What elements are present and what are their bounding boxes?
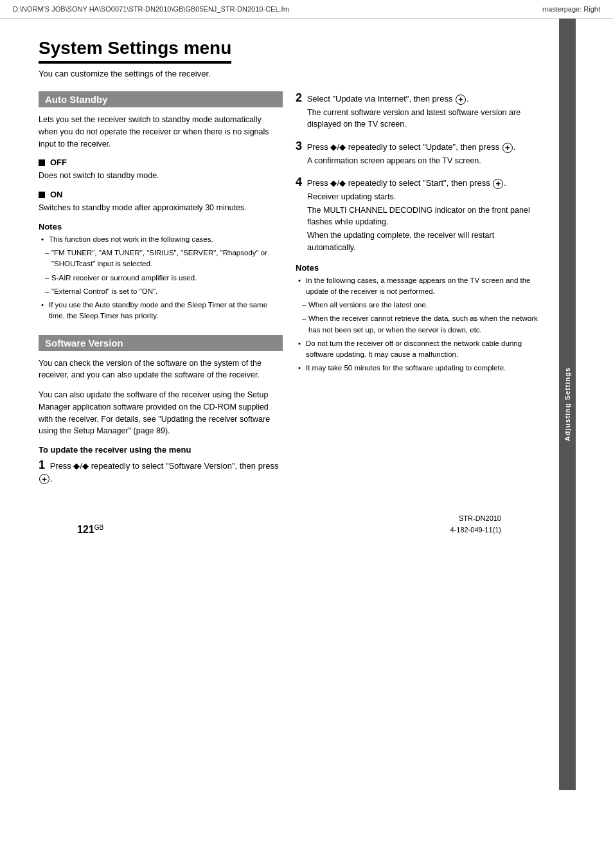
note-item: This function does not work in the follo… bbox=[44, 234, 283, 245]
page-num-text: 121 bbox=[77, 524, 94, 535]
step-3-number: 3 bbox=[296, 140, 302, 152]
software-version-body2: You can also update the software of the … bbox=[39, 389, 283, 437]
step-1-text: Press ◆/◆ repeatedly to select "Software… bbox=[39, 461, 278, 484]
off-body: Does not switch to standby mode. bbox=[39, 170, 283, 182]
software-version-body1: You can check the version of the softwar… bbox=[39, 357, 283, 382]
circle-plus-2-icon: + bbox=[456, 95, 466, 105]
step-4-sub3: When the updating complete, the receiver… bbox=[296, 230, 540, 254]
model-line1: STR-DN2010 bbox=[450, 513, 502, 525]
model-info: STR-DN2010 4-182-049-11(1) bbox=[450, 513, 502, 536]
step-4: 4 Press ◆/◆ repeatedly to select "Start"… bbox=[296, 176, 540, 253]
circle-plus-3-icon: + bbox=[502, 143, 513, 153]
footer-area: 121GB STR-DN2010 4-182-049-11(1) bbox=[39, 507, 540, 542]
right-notes-list: In the following cases, a message appear… bbox=[296, 275, 540, 374]
on-body: Switches to standby mode after approxima… bbox=[39, 202, 283, 214]
page-title: System Settings menu bbox=[39, 38, 231, 64]
step-4-sub1: Receiver updating starts. bbox=[296, 191, 540, 203]
software-version-section: Software Version You can check the versi… bbox=[39, 335, 283, 438]
right-note-sub-item: When the receiver cannot retrieve the da… bbox=[301, 313, 540, 336]
header-left: D:\NORM'S JOB\SONY HA\SO0071\STR-DN2010\… bbox=[13, 5, 289, 13]
right-note-item: It may take 50 minutes for the software … bbox=[301, 363, 540, 374]
header-right: masterpage: Right bbox=[542, 5, 600, 13]
circle-plus-icon: + bbox=[39, 474, 49, 484]
auto-standby-body: Lets you set the receiver switch to stan… bbox=[39, 114, 283, 150]
page-number: 121GB bbox=[77, 524, 103, 536]
note-sub-item: "FM TUNER", "AM TUNER", "SIRIUS", "SERVE… bbox=[44, 248, 283, 270]
step-2-sub: The current software version and latest … bbox=[296, 107, 540, 131]
off-label: OFF bbox=[50, 158, 67, 167]
step-4-text: Press ◆/◆ repeatedly to select "Start", … bbox=[307, 178, 506, 188]
step-2: 2 Select "Update via Internet", then pre… bbox=[296, 91, 540, 131]
step-4-sub2: The MULTI CHANNEL DECODING indicator on … bbox=[296, 204, 540, 229]
note-sub-item: S-AIR receiver or surround amplifier is … bbox=[44, 273, 283, 284]
model-line2: 4-182-049-11(1) bbox=[450, 525, 502, 536]
auto-standby-notes-title: Notes bbox=[39, 222, 283, 231]
off-bullet-icon bbox=[39, 159, 45, 166]
step-3-sub: A confirmation screen appears on the TV … bbox=[296, 155, 540, 167]
on-label: ON bbox=[50, 190, 63, 199]
right-notes-title: Notes bbox=[296, 263, 540, 273]
left-column: Auto Standby Lets you set the receiver s… bbox=[39, 91, 283, 494]
update-sub-title-text: To update the receiver using the menu bbox=[39, 445, 191, 455]
header-bar: D:\NORM'S JOB\SONY HA\SO0071\STR-DN2010\… bbox=[0, 0, 613, 19]
note-item: If you use the Auto standby mode and the… bbox=[44, 300, 283, 322]
on-title: ON bbox=[39, 190, 283, 199]
right-note-item: In the following cases, a message appear… bbox=[301, 275, 540, 298]
right-note-item: Do not turn the receiver off or disconne… bbox=[301, 338, 540, 361]
auto-standby-heading: Auto Standby bbox=[39, 91, 283, 107]
step-3: 3 Press ◆/◆ repeatedly to select "Update… bbox=[296, 140, 540, 167]
on-bullet-icon bbox=[39, 192, 45, 198]
main-content: System Settings menu You can customize t… bbox=[0, 19, 559, 790]
step-2-number: 2 bbox=[296, 91, 302, 104]
step-3-text: Press ◆/◆ repeatedly to select "Update",… bbox=[307, 142, 516, 152]
off-title: OFF bbox=[39, 158, 283, 167]
right-tab-label: Adjusting Settings bbox=[564, 367, 571, 441]
circle-plus-4-icon: + bbox=[493, 179, 503, 189]
note-sub-item: "External Control" is set to "ON". bbox=[44, 286, 283, 297]
update-sub-title: To update the receiver using the menu bbox=[39, 445, 283, 455]
page-container: System Settings menu You can customize t… bbox=[0, 19, 613, 790]
step-1-number: 1 bbox=[39, 458, 45, 471]
step-4-number: 4 bbox=[296, 176, 302, 188]
right-note-sub-item: When all versions are the latest one. bbox=[301, 300, 540, 311]
two-col-layout: Auto Standby Lets you set the receiver s… bbox=[39, 91, 540, 494]
step-1: 1 Press ◆/◆ repeatedly to select "Softwa… bbox=[39, 458, 283, 485]
step-2-text: Select "Update via Internet", then press… bbox=[307, 94, 469, 104]
auto-standby-notes-list: This function does not work in the follo… bbox=[39, 234, 283, 322]
right-column: 2 Select "Update via Internet", then pre… bbox=[296, 91, 540, 494]
intro-text: You can customize the settings of the re… bbox=[39, 69, 540, 78]
page-num-super: GB bbox=[94, 524, 103, 531]
software-version-heading: Software Version bbox=[39, 335, 283, 351]
right-tab: Adjusting Settings bbox=[559, 19, 576, 790]
